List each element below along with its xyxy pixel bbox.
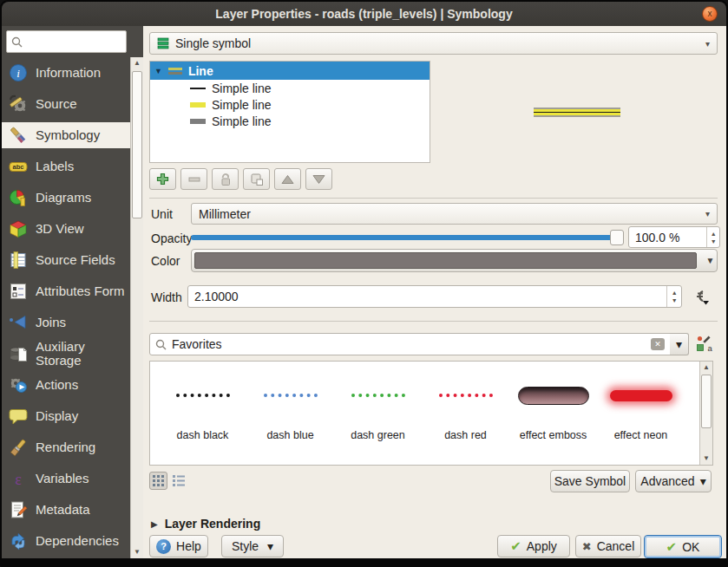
- sidebar-item-display[interactable]: Display: [2, 403, 130, 429]
- icon-view-button[interactable]: [149, 472, 167, 490]
- save-symbol-label: Save Symbol: [554, 474, 626, 488]
- display-icon: [9, 407, 28, 426]
- library-item-dash-red[interactable]: dash red: [422, 362, 509, 465]
- apply-button[interactable]: ✔ Apply: [497, 535, 570, 557]
- advanced-label: Advanced: [640, 474, 694, 488]
- opacity-input[interactable]: [629, 231, 706, 244]
- spinner-arrows[interactable]: ▲▼: [666, 286, 681, 307]
- chevron-down-icon[interactable]: ▼: [704, 256, 717, 265]
- sidebar-item-source[interactable]: Source: [2, 91, 130, 117]
- spin-up-icon[interactable]: ▲: [711, 231, 717, 237]
- library-item-dash-blue[interactable]: dash blue: [246, 362, 334, 465]
- layer-rendering-toggle[interactable]: ▶ Layer Rendering: [151, 517, 260, 531]
- library-item-effect-neon[interactable]: effect neon: [597, 362, 685, 465]
- scrollbar-thumb[interactable]: [701, 375, 712, 428]
- opacity-slider[interactable]: [191, 235, 620, 240]
- sidebar-item-rendering[interactable]: Rendering: [2, 434, 130, 460]
- auxiliary-storage-icon: [9, 344, 28, 363]
- library-scrollbar[interactable]: ▲ ▼: [699, 362, 712, 465]
- duplicate-symbol-layer-button[interactable]: [243, 168, 270, 190]
- library-item-dash-black[interactable]: dash black: [159, 362, 246, 465]
- expand-triangle-icon[interactable]: ▼: [154, 67, 162, 75]
- unit-dropdown[interactable]: Millimeter ▾: [191, 203, 718, 225]
- lock-symbol-layer-button[interactable]: [212, 168, 239, 190]
- divider: [149, 321, 718, 322]
- symbol-layer-toolbar: [149, 168, 332, 190]
- simple-line-swatch-black: [190, 84, 206, 93]
- close-button[interactable]: x: [702, 6, 718, 22]
- library-filter-dropdown-button[interactable]: ▾: [670, 333, 689, 355]
- spinner-arrows[interactable]: ▲▼: [706, 227, 719, 247]
- sidebar-item-variables[interactable]: ε Variables: [2, 466, 130, 492]
- sidebar-item-label: Labels: [36, 160, 74, 173]
- variables-icon: ε: [9, 469, 28, 488]
- sidebar-item-label: Joins: [36, 316, 66, 329]
- sidebar-item-3d-view[interactable]: 3D View: [2, 216, 130, 242]
- sidebar-item-metadata[interactable]: Metadata: [2, 497, 130, 523]
- attributes-form-icon: [9, 282, 28, 301]
- scroll-up-icon[interactable]: ▲: [700, 362, 712, 374]
- sidebar-item-symbology[interactable]: Symbology: [2, 122, 130, 148]
- svg-text:a: a: [708, 343, 713, 353]
- remove-symbol-layer-button[interactable]: [180, 168, 207, 190]
- cancel-button[interactable]: ✖ Cancel: [575, 535, 641, 557]
- sidebar-item-label: Diagrams: [36, 191, 91, 205]
- move-down-button[interactable]: [305, 168, 332, 190]
- width-label: Width: [151, 290, 182, 304]
- clear-icon[interactable]: ✕: [651, 338, 665, 350]
- ok-label: OK: [682, 540, 699, 554]
- scroll-up-icon[interactable]: ▲: [131, 57, 143, 69]
- opacity-spinbox[interactable]: ▲▼: [628, 226, 720, 248]
- tree-item-simple-line-2[interactable]: Simple line: [150, 96, 430, 113]
- sidebar-scrollbar[interactable]: ▲ ▼: [130, 57, 143, 558]
- data-defined-override-button[interactable]: [689, 286, 712, 308]
- list-view-button[interactable]: [169, 472, 187, 490]
- tree-item-line[interactable]: ▼ Line: [150, 62, 430, 80]
- sidebar-item-attributes-form[interactable]: Attributes Form: [2, 276, 130, 307]
- style-button[interactable]: Style ▾: [221, 535, 284, 557]
- spin-down-icon[interactable]: ▼: [672, 297, 678, 303]
- library-item-label: dash black: [177, 429, 229, 441]
- width-input[interactable]: [188, 290, 666, 303]
- sidebar-search[interactable]: [6, 30, 127, 53]
- sidebar-item-auxiliary-storage[interactable]: Auxiliary Storage: [2, 338, 130, 369]
- symbol-library-search[interactable]: ✕: [149, 333, 671, 355]
- sidebar-item-source-fields[interactable]: Source Fields: [2, 247, 130, 273]
- scroll-down-icon[interactable]: ▼: [700, 453, 712, 465]
- sidebar-item-diagrams[interactable]: Diagrams: [2, 185, 130, 211]
- opacity-slider-handle[interactable]: [610, 230, 624, 245]
- apply-label: Apply: [527, 539, 557, 553]
- symbology-icon: [9, 126, 28, 145]
- sidebar-item-joins[interactable]: Joins: [2, 310, 130, 336]
- add-symbol-layer-button[interactable]: [149, 168, 176, 190]
- sidebar-search-input[interactable]: [26, 36, 117, 49]
- save-symbol-button[interactable]: Save Symbol: [550, 470, 630, 492]
- spin-down-icon[interactable]: ▼: [711, 238, 717, 244]
- sidebar-item-labels[interactable]: abc Labels: [2, 153, 130, 179]
- tree-item-simple-line-1[interactable]: Simple line: [150, 80, 430, 96]
- scrollbar-thumb[interactable]: [132, 71, 142, 218]
- width-spinbox[interactable]: ▲▼: [187, 285, 682, 308]
- library-filter-input[interactable]: [172, 337, 646, 351]
- tree-item-simple-line-3[interactable]: Simple line: [150, 113, 430, 129]
- renderer-dropdown[interactable]: Single symbol ▾: [149, 32, 718, 55]
- color-button[interactable]: ▼: [191, 249, 718, 272]
- spin-up-icon[interactable]: ▲: [672, 290, 678, 296]
- scroll-down-icon[interactable]: ▼: [131, 546, 143, 558]
- help-button[interactable]: ? Help: [149, 535, 208, 557]
- sidebar-item-actions[interactable]: Actions: [2, 372, 130, 398]
- advanced-button[interactable]: Advanced ▾: [635, 470, 712, 492]
- symbol-preview-area: [436, 61, 718, 163]
- sidebar-item-information[interactable]: i Information: [2, 60, 130, 86]
- titlebar[interactable]: Layer Properties - roads (triple_levels)…: [2, 2, 726, 26]
- tree-item-label: Line: [188, 64, 213, 78]
- sidebar-item-dependencies[interactable]: Dependencies: [2, 528, 130, 554]
- style-manager-button[interactable]: a: [696, 336, 713, 353]
- ok-button[interactable]: ✔ OK: [644, 535, 722, 558]
- library-item-effect-emboss[interactable]: effect emboss: [509, 362, 597, 465]
- actions-icon: [9, 375, 28, 394]
- search-icon: [155, 339, 167, 350]
- library-item-dash-green[interactable]: dash green: [334, 362, 422, 465]
- move-up-button[interactable]: [274, 168, 301, 190]
- up-arrow-icon: [281, 174, 294, 185]
